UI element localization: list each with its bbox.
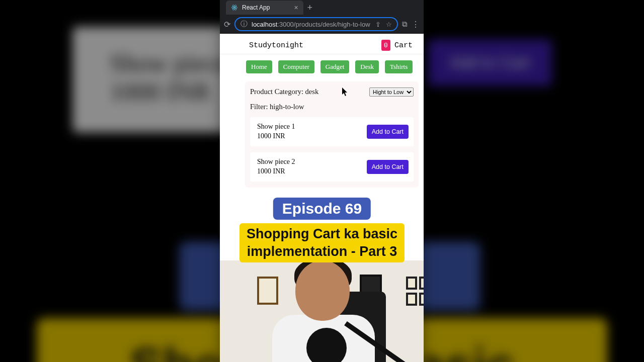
sort-select[interactable]: Hight to Low [369, 87, 414, 97]
reload-icon[interactable]: ⟳ [224, 20, 230, 29]
video-title-badge: Shopping Cart ka basic implementation - … [239, 223, 405, 262]
cart-label: Cart [394, 41, 413, 50]
tab-strip: React App × + [220, 0, 424, 15]
product-panel: Product Category: desk Hight to Low Filt… [245, 81, 419, 188]
site-info-icon[interactable]: ⓘ [240, 20, 248, 29]
url-text: localhost:3000/products/desk/high-to-low [252, 21, 370, 28]
share-icon[interactable]: ⇪ [375, 21, 381, 28]
svg-point-0 [234, 7, 235, 8]
presenter-webcam [220, 260, 424, 362]
product-info: Show piece 2 1000 INR [257, 157, 295, 176]
tab-title: React App [242, 4, 270, 11]
add-to-cart-button[interactable]: Add to Cart [367, 125, 409, 139]
nav-computer[interactable]: Computer [278, 60, 314, 73]
nav-tshirts[interactable]: Tshirts [385, 60, 413, 73]
nav-gadget[interactable]: Gadget [320, 60, 350, 73]
url-input[interactable]: ⓘ localhost:3000/products/desk/high-to-l… [234, 17, 398, 31]
episode-badge: Episode 69 [273, 198, 371, 220]
app-header: Studytonight 0 Cart [220, 34, 424, 54]
nav-desk[interactable]: Desk [355, 60, 379, 73]
nav-row: Home Computer Gadget Desk Tshirts [220, 54, 424, 79]
cart-count-badge: 0 [381, 40, 390, 51]
new-tab-button[interactable]: + [307, 3, 313, 12]
more-icon[interactable]: ⋮ [412, 20, 420, 29]
nav-home[interactable]: Home [246, 60, 272, 73]
browser-chrome: React App × + ⟳ ⓘ localhost:3000/product… [220, 0, 424, 34]
product-info: Show piece 1 1000 INR [257, 122, 295, 141]
category-label: Product Category: desk [250, 87, 318, 96]
brand-name: Studytonight [249, 41, 303, 50]
extensions-icon[interactable]: ⧉ [402, 20, 408, 29]
filter-label: Filter: high-to-low [250, 103, 414, 111]
react-icon [231, 4, 238, 11]
star-icon[interactable]: ☆ [386, 21, 392, 28]
address-bar: ⟳ ⓘ localhost:3000/products/desk/high-to… [220, 15, 424, 34]
browser-tab[interactable]: React App × [226, 1, 303, 15]
add-to-cart-button[interactable]: Add to Cart [367, 160, 409, 174]
product-row: Show piece 2 1000 INR Add to Cart [250, 152, 414, 182]
close-icon[interactable]: × [294, 4, 298, 12]
product-row: Show piece 1 1000 INR Add to Cart [250, 117, 414, 146]
cart-widget[interactable]: 0 Cart [381, 40, 413, 51]
